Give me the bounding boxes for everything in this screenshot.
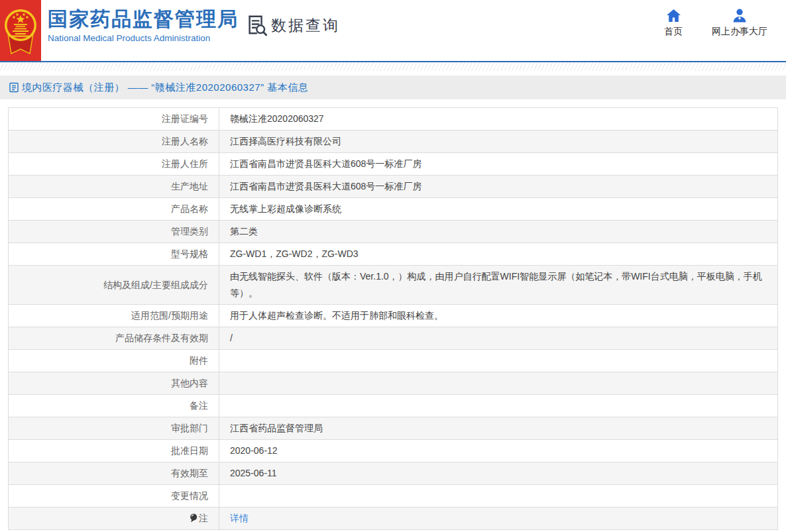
table-row: 生产地址江西省南昌市进贤县医科大道608号一标准厂房 [9, 176, 778, 198]
table-row: 批准日期2020-06-12 [9, 440, 778, 462]
table-row: 结构及组成/主要组成成分由无线智能探头、软件（版本：Ver.1.0，）构成，由用… [9, 266, 778, 305]
row-label: 备注 [9, 395, 219, 417]
hatch-band [0, 62, 786, 71]
brand: 国家药品监督管理局 National Medical Products Admi… [48, 7, 239, 43]
detail-table: 注册证编号赣械注准20202060327注册人名称江西择高医疗科技有限公司注册人… [8, 107, 778, 530]
national-emblem-icon [0, 0, 41, 61]
row-label: 型号规格 [9, 243, 219, 266]
row-label: 变更情况 [9, 485, 219, 507]
section-title-label: 数据查询 [271, 15, 340, 36]
balloon-icon [190, 513, 197, 523]
row-value [219, 395, 778, 417]
table-row: 管理类别第二类 [9, 221, 778, 243]
row-label: 注册人住所 [9, 153, 219, 176]
brand-title-cn: 国家药品监督管理局 [48, 7, 239, 31]
page-title: 境内医疗器械（注册） —— “赣械注准20202060327” 基本信息 [22, 81, 308, 94]
row-value [219, 350, 778, 372]
row-label: 批准日期 [9, 440, 219, 462]
row-label: 产品储存条件及有效期 [9, 327, 219, 350]
row-label: 注册证编号 [9, 108, 219, 131]
row-value: 由无线智能探头、软件（版本：Ver.1.0，）构成，由用户自行配置WIFI智能显… [219, 266, 778, 305]
row-value: 2020-06-12 [219, 440, 778, 462]
row-value [219, 372, 778, 395]
row-value: 江西省南昌市进贤县医科大道608号一标准厂房 [219, 153, 778, 176]
row-label: 审批部门 [9, 417, 219, 440]
site-header: 国家药品监督管理局 National Medical Products Admi… [0, 0, 786, 61]
section-title: 数据查询 [245, 14, 340, 36]
row-label: 附件 [9, 350, 219, 372]
nav-home-label: 首页 [664, 26, 683, 38]
table-row: 注册证编号赣械注准20202060327 [9, 108, 778, 131]
row-label: 其他内容 [9, 372, 219, 395]
table-row: 型号规格ZG-WD1，ZG-WD2，ZG-WD3 [9, 243, 778, 266]
row-value: 第二类 [219, 221, 778, 243]
nav-service-hall-label: 网上办事大厅 [712, 26, 767, 38]
top-nav: 首页 网上办事大厅 [664, 9, 767, 38]
detail-table-body: 注册证编号赣械注准20202060327注册人名称江西择高医疗科技有限公司注册人… [9, 108, 778, 530]
row-value: / [219, 327, 778, 350]
row-label: 产品名称 [9, 198, 219, 221]
row-label: 适用范围/预期用途 [9, 305, 219, 327]
breadcrumb: 境内医疗器械（注册） —— “赣械注准20202060327” 基本信息 [0, 76, 786, 99]
registration-detail: 注册证编号赣械注准20202060327注册人名称江西择高医疗科技有限公司注册人… [8, 107, 778, 530]
row-label: 注 [9, 507, 219, 530]
home-icon [666, 9, 681, 23]
row-value: 江西省南昌市进贤县医科大道608号一标准厂房 [219, 176, 778, 198]
data-query-icon [245, 14, 268, 36]
row-label: 有效期至 [9, 462, 219, 485]
row-value: 2025-06-11 [219, 462, 778, 485]
row-value: 详情 [219, 507, 778, 530]
row-label: 注册人名称 [9, 131, 219, 153]
row-label: 结构及组成/主要组成成分 [9, 266, 219, 305]
row-label: 生产地址 [9, 176, 219, 198]
document-icon [9, 82, 19, 93]
user-icon [732, 9, 747, 23]
nav-item-home[interactable]: 首页 [664, 9, 683, 38]
row-value: 江西择高医疗科技有限公司 [219, 131, 778, 153]
table-row: 注册人名称江西择高医疗科技有限公司 [9, 131, 778, 153]
row-value: 无线掌上彩超成像诊断系统 [219, 198, 778, 221]
row-value: 用于人体超声检查诊断。不适用于肺部和眼科检查。 [219, 305, 778, 327]
table-row: 注详情 [9, 507, 778, 530]
row-value: ZG-WD1，ZG-WD2，ZG-WD3 [219, 243, 778, 266]
table-row: 有效期至2025-06-11 [9, 462, 778, 485]
table-row: 附件 [9, 350, 778, 372]
detail-link[interactable]: 详情 [230, 513, 249, 523]
table-row: 产品储存条件及有效期/ [9, 327, 778, 350]
table-row: 备注 [9, 395, 778, 417]
row-value: 江西省药品监督管理局 [219, 417, 778, 440]
brand-title-en: National Medical Products Administration [48, 33, 239, 43]
nav-item-service-hall[interactable]: 网上办事大厅 [712, 9, 767, 38]
table-row: 产品名称无线掌上彩超成像诊断系统 [9, 198, 778, 221]
row-value: 赣械注准20202060327 [219, 108, 778, 131]
row-label: 管理类别 [9, 221, 219, 243]
table-row: 审批部门江西省药品监督管理局 [9, 417, 778, 440]
table-row: 适用范围/预期用途用于人体超声检查诊断。不适用于肺部和眼科检查。 [9, 305, 778, 327]
table-row: 变更情况 [9, 485, 778, 507]
table-row: 其他内容 [9, 372, 778, 395]
row-value [219, 485, 778, 507]
table-row: 注册人住所江西省南昌市进贤县医科大道608号一标准厂房 [9, 153, 778, 176]
